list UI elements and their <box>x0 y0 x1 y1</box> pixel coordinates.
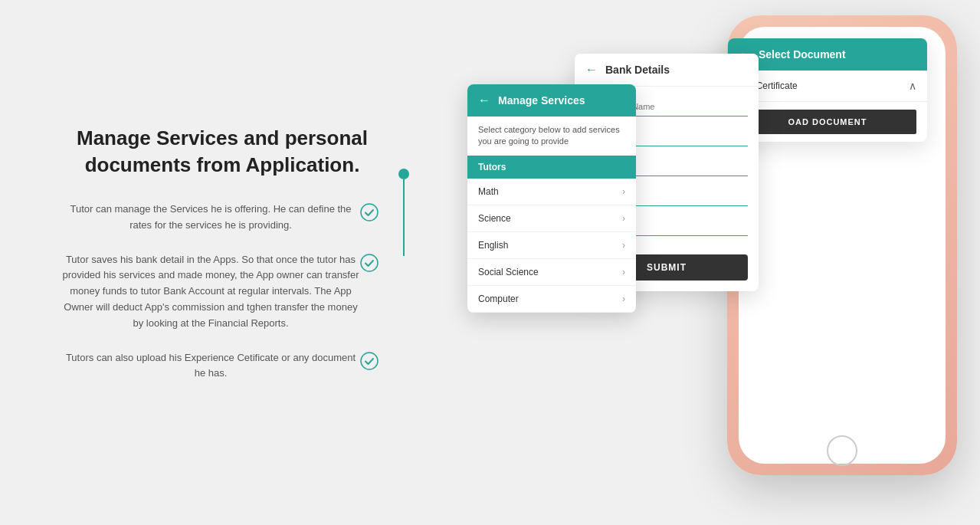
math-label: Math <box>478 186 499 197</box>
math-chevron-icon: › <box>622 186 625 197</box>
manage-services-back-arrow[interactable]: ← <box>478 94 490 107</box>
manage-services-header: ← Manage Services <box>467 84 636 116</box>
english-label: English <box>478 240 508 251</box>
tutors-category[interactable]: Tutors <box>467 156 636 179</box>
feature-content-1: Tutor can manage the Services he is offe… <box>61 202 360 234</box>
check-icon-1 <box>360 203 379 221</box>
bank-back-arrow[interactable]: ← <box>585 63 598 77</box>
check-wrapper-2 <box>360 252 383 275</box>
feature-item-3: Tutors can also upload his Experience Ce… <box>61 350 383 382</box>
english-item[interactable]: English › <box>467 232 636 259</box>
manage-services-subtitle: Select category below to add services yo… <box>467 116 636 156</box>
upload-document-button[interactable]: OAD DOCUMENT <box>739 110 916 134</box>
feature-item-1: Tutor can manage the Services he is offe… <box>61 202 383 234</box>
computer-chevron-icon: › <box>622 294 625 304</box>
science-item[interactable]: Science › <box>467 205 636 232</box>
bank-details-header: ← Bank Details <box>575 54 759 87</box>
social-science-label: Social Science <box>478 267 539 277</box>
progress-dot <box>398 169 409 179</box>
check-icon-3 <box>360 352 379 370</box>
check-wrapper-3 <box>360 350 383 373</box>
bank-details-title: Bank Details <box>605 64 670 76</box>
manage-services-screen: ← Manage Services Select category below … <box>467 84 636 313</box>
feature-text-2: Tutor saves his bank detail in the Apps.… <box>61 252 360 332</box>
check-wrapper-1 <box>360 202 383 225</box>
phone-home-button <box>827 435 857 466</box>
social-science-item[interactable]: Social Science › <box>467 259 636 286</box>
svg-point-0 <box>361 204 378 221</box>
svg-point-2 <box>361 353 378 369</box>
english-chevron-icon: › <box>622 240 625 251</box>
feature-content-3: Tutors can also upload his Experience Ce… <box>61 350 360 382</box>
page-title: Manage Services and personal documents f… <box>61 125 383 179</box>
science-label: Science <box>478 213 511 224</box>
feature-text-1: Tutor can manage the Services he is offe… <box>61 202 360 234</box>
select-doc-title: Select Document <box>759 48 846 61</box>
left-section: Manage Services and personal documents f… <box>0 94 429 431</box>
right-section: ← Select Document nce Certificate ∧ OAD … <box>429 0 980 525</box>
computer-label: Computer <box>478 294 519 304</box>
feature-item-2: Tutor saves his bank detail in the Apps.… <box>61 252 383 332</box>
check-icon-2 <box>360 254 379 272</box>
progress-indicator <box>398 169 409 256</box>
math-item[interactable]: Math › <box>467 179 636 205</box>
svg-point-1 <box>361 254 378 271</box>
social-science-chevron-icon: › <box>622 267 625 277</box>
manage-services-title: Manage Services <box>498 94 585 107</box>
feature-content-2: Tutor saves his bank detail in the Apps.… <box>61 252 360 332</box>
progress-line <box>403 179 405 256</box>
page-container: Manage Services and personal documents f… <box>0 0 980 525</box>
science-chevron-icon: › <box>622 213 625 224</box>
chevron-up-icon: ∧ <box>909 80 916 92</box>
feature-text-3: Tutors can also upload his Experience Ce… <box>61 350 360 382</box>
computer-item[interactable]: Computer › <box>467 286 636 313</box>
